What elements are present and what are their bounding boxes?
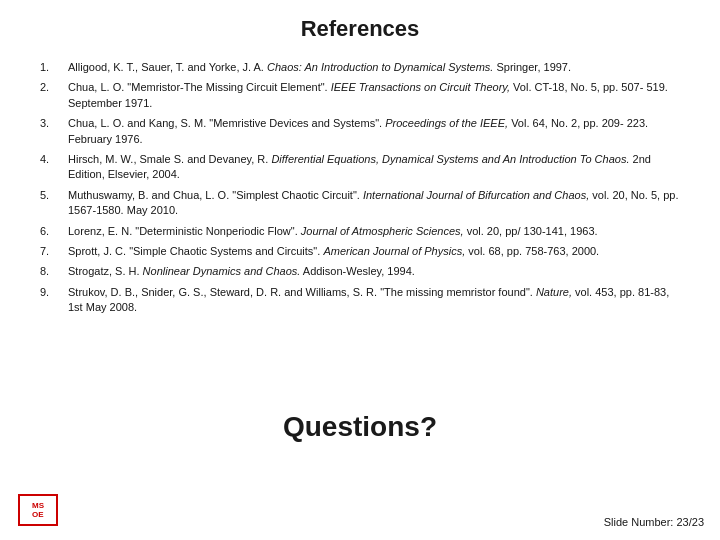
list-item: 4.Hirsch, M. W., Smale S. and Devaney, R… xyxy=(40,152,680,183)
ref-number: 8. xyxy=(40,264,68,279)
ref-text: Alligood, K. T., Sauer, T. and Yorke, J.… xyxy=(68,60,680,75)
list-item: 1.Alligood, K. T., Sauer, T. and Yorke, … xyxy=(40,60,680,75)
list-item: 3.Chua, L. O. and Kang, S. M. "Memristiv… xyxy=(40,116,680,147)
ref-text: Strogatz, S. H. Nonlinear Dynamics and C… xyxy=(68,264,680,279)
page-title: References xyxy=(40,16,680,42)
list-item: 7.Sprott, J. C. "Simple Chaotic Systems … xyxy=(40,244,680,259)
ref-number: 3. xyxy=(40,116,68,147)
list-item: 6.Lorenz, E. N. "Deterministic Nonperiod… xyxy=(40,224,680,239)
ref-text: Sprott, J. C. "Simple Chaotic Systems an… xyxy=(68,244,680,259)
questions-text: Questions? xyxy=(40,354,680,500)
list-item: 5.Muthuswamy, B. and Chua, L. O. "Simple… xyxy=(40,188,680,219)
list-item: 9.Strukov, D. B., Snider, G. S., Steward… xyxy=(40,285,680,316)
list-item: 2.Chua, L. O. "Memristor-The Missing Cir… xyxy=(40,80,680,111)
ref-text: Chua, L. O. and Kang, S. M. "Memristive … xyxy=(68,116,680,147)
ref-number: 6. xyxy=(40,224,68,239)
ref-text: Strukov, D. B., Snider, G. S., Steward, … xyxy=(68,285,680,316)
ref-number: 5. xyxy=(40,188,68,219)
logo-text: MSOE xyxy=(32,501,44,519)
list-item: 8.Strogatz, S. H. Nonlinear Dynamics and… xyxy=(40,264,680,279)
logo-box: MSOE xyxy=(18,494,58,526)
ref-text: Chua, L. O. "Memristor-The Missing Circu… xyxy=(68,80,680,111)
ref-number: 2. xyxy=(40,80,68,111)
ref-number: 9. xyxy=(40,285,68,316)
logo: MSOE xyxy=(16,492,60,528)
ref-number: 1. xyxy=(40,60,68,75)
ref-number: 4. xyxy=(40,152,68,183)
page-container: References 1.Alligood, K. T., Sauer, T. … xyxy=(0,0,720,540)
ref-number: 7. xyxy=(40,244,68,259)
ref-text: Hirsch, M. W., Smale S. and Devaney, R. … xyxy=(68,152,680,183)
ref-text: Lorenz, E. N. "Deterministic Nonperiodic… xyxy=(68,224,680,239)
references-list: 1.Alligood, K. T., Sauer, T. and Yorke, … xyxy=(40,60,680,320)
slide-number: Slide Number: 23/23 xyxy=(604,516,704,528)
footer: MSOE Slide Number: 23/23 xyxy=(0,492,720,528)
ref-text: Muthuswamy, B. and Chua, L. O. "Simplest… xyxy=(68,188,680,219)
